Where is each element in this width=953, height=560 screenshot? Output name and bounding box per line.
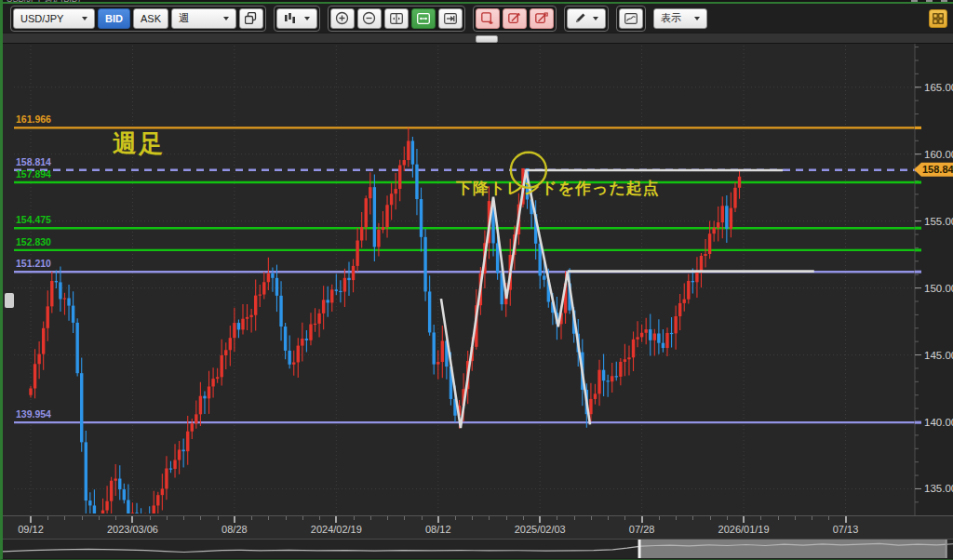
- candle-body: [110, 481, 113, 501]
- candle-body: [390, 193, 393, 205]
- candle-body: [411, 140, 414, 164]
- ask-button[interactable]: ASK: [133, 8, 168, 29]
- candle-body: [377, 230, 380, 247]
- display-menu-label: 表示: [661, 11, 681, 25]
- candle-body: [267, 273, 270, 282]
- candle-body: [195, 414, 197, 423]
- candle-body: [700, 256, 703, 272]
- splitter-handle[interactable]: [476, 35, 498, 43]
- chart-type-group: [274, 6, 320, 32]
- candle-body: [738, 177, 741, 188]
- candle-body: [589, 399, 592, 414]
- candle-body: [59, 282, 61, 299]
- time-axis-minor-tick: [404, 516, 405, 520]
- candle-body: [275, 278, 278, 296]
- timeframe-label: 週: [179, 11, 189, 25]
- zoom-in-button[interactable]: [330, 8, 355, 29]
- time-axis-major-tick: [30, 516, 32, 523]
- navigator-canvas[interactable]: [3, 540, 953, 558]
- time-axis-label: 07/13: [833, 524, 859, 535]
- candle-body: [208, 386, 210, 398]
- display-menu-button[interactable]: 表示: [653, 8, 707, 29]
- candle-body: [360, 227, 363, 240]
- time-axis-minor-tick: [812, 516, 812, 520]
- time-axis-minor-tick: [523, 516, 524, 520]
- candle-body: [403, 160, 406, 165]
- edit-drawing-button[interactable]: [503, 8, 527, 29]
- candle-body: [636, 337, 638, 339]
- chart-area[interactable]: 161.966158.814157.894154.475152.830151.2…: [3, 44, 953, 515]
- trend-annotation: 下降トレンドを作った起点: [456, 178, 660, 199]
- restore-icon[interactable]: [926, 0, 933, 3]
- navigator-left-handle[interactable]: [638, 540, 641, 558]
- candle-body: [233, 323, 235, 338]
- left-panel-grip[interactable]: [5, 293, 14, 308]
- navigator[interactable]: [3, 539, 953, 558]
- level-axis-mark: [915, 227, 921, 230]
- pen-tool-select[interactable]: [567, 8, 606, 29]
- candle-body: [385, 205, 388, 227]
- time-axis-minor-tick: [506, 516, 507, 520]
- grid-layout-button[interactable]: [929, 9, 947, 28]
- price-axis-label: 160.000: [924, 149, 953, 160]
- time-axis-label: 08/28: [221, 524, 248, 535]
- candle-body: [63, 299, 66, 300]
- zoom-in-icon: [335, 11, 349, 25]
- candle-body: [356, 241, 358, 266]
- candle-body: [156, 495, 159, 505]
- scroll-to-latest-button[interactable]: [438, 8, 463, 29]
- minimize-icon[interactable]: [911, 0, 918, 3]
- price-chart-canvas[interactable]: 161.966158.814157.894154.475152.830151.2…: [3, 44, 953, 515]
- chart-splitter[interactable]: [3, 33, 953, 44]
- candle-body: [730, 208, 732, 229]
- time-axis-minor-tick: [387, 516, 388, 520]
- time-axis-label: 2023/03/06: [107, 524, 158, 535]
- level-axis-mark: [915, 127, 921, 129]
- price-level-label: 161.966: [16, 113, 51, 125]
- candle-body: [428, 291, 431, 332]
- time-axis-major-tick: [437, 516, 439, 523]
- add-drawing-button[interactable]: [476, 8, 500, 29]
- candle-body: [721, 206, 724, 222]
- candle-body: [249, 315, 252, 317]
- candle-body: [420, 199, 423, 237]
- time-axis-minor-tick: [200, 516, 201, 520]
- candle-body: [645, 329, 648, 333]
- candle-body: [55, 281, 58, 282]
- navigator-right-handle[interactable]: [946, 540, 947, 558]
- timeframe-select[interactable]: 週: [171, 8, 236, 29]
- drawing-group: [473, 6, 557, 32]
- duplicate-chart-button[interactable]: [239, 8, 263, 29]
- candle-body: [37, 354, 40, 365]
- split-view-button[interactable]: [384, 8, 409, 29]
- scroll-to-latest-icon: [444, 13, 457, 24]
- window-controls[interactable]: [911, 0, 947, 3]
- time-axis-minor-tick: [557, 516, 557, 520]
- candle-body: [691, 281, 694, 282]
- chart-settings-button[interactable]: [619, 8, 643, 29]
- chart-type-select[interactable]: [276, 8, 317, 29]
- candle-body: [50, 281, 53, 306]
- time-axis[interactable]: 09/122023/03/0608/282024/02/1908/122025/…: [3, 515, 953, 539]
- delete-drawing-button[interactable]: [530, 8, 554, 29]
- symbol-select[interactable]: USD/JPY: [13, 8, 95, 29]
- candle-body: [611, 376, 613, 381]
- fit-width-button[interactable]: [411, 8, 436, 29]
- time-axis-minor-tick: [251, 516, 252, 520]
- candle-body: [382, 227, 384, 230]
- symbol-label: USD/JPY: [20, 13, 63, 24]
- candle-body: [627, 357, 630, 359]
- navigator-selection[interactable]: [640, 540, 946, 558]
- close-icon[interactable]: [941, 0, 947, 3]
- edit-drawing-icon: [508, 12, 521, 24]
- candle-body: [415, 165, 418, 199]
- bid-button[interactable]: BID: [98, 8, 130, 29]
- zoom-out-button[interactable]: [357, 8, 382, 29]
- price-level-label: 154.475: [16, 214, 51, 225]
- candle-body: [632, 340, 635, 358]
- time-axis-minor-tick: [183, 516, 184, 520]
- candle-body: [105, 501, 108, 511]
- time-axis-minor-tick: [727, 516, 728, 520]
- time-axis-minor-tick: [302, 516, 303, 520]
- time-axis-minor-tick: [591, 516, 592, 520]
